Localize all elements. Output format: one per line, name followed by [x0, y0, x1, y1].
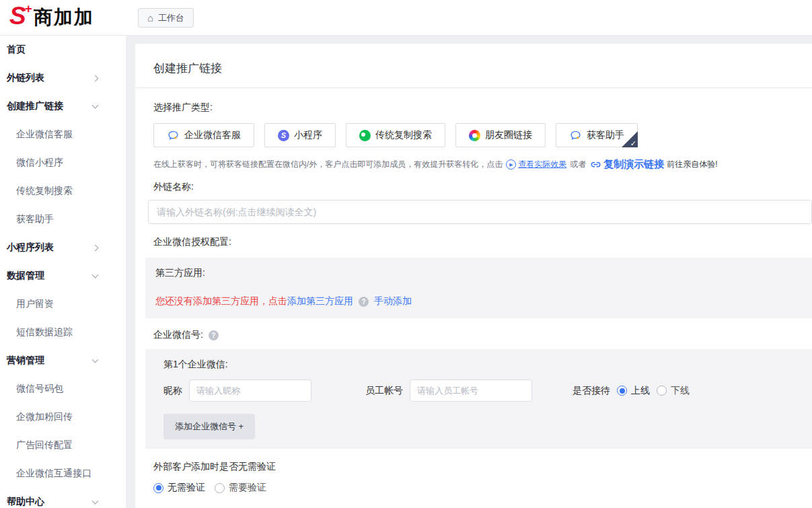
sidebar-item-create-promo-link[interactable]: 创建推广链接 — [0, 92, 126, 120]
sidebar-item-help-center[interactable]: 帮助中心 — [0, 488, 126, 508]
type-button-moments-link[interactable]: 朋友圈链接 — [455, 123, 546, 147]
sidebar-item-label: 创建推广链接 — [7, 100, 63, 112]
wecom-account-label: 企业微信号: — [153, 329, 203, 341]
promo-type-label: 选择推广类型: — [153, 102, 812, 114]
sidebar-item-label: 帮助中心 — [7, 496, 44, 508]
copy-search-icon — [359, 130, 371, 141]
first-wecom-title: 第1个企业微信: — [163, 359, 802, 371]
type-button-customer-assistant[interactable]: 获客助手 ✓ — [556, 123, 638, 147]
type-button-copy-search[interactable]: 传统复制搜索 — [346, 123, 445, 147]
sidebar-item-label: 用户留资 — [16, 298, 54, 310]
radio-label: 下线 — [671, 385, 690, 397]
manual-add-link[interactable]: 手动添加 — [374, 295, 412, 307]
workbench-tab[interactable]: ⌂ 工作台 — [138, 8, 194, 28]
tip-end-text: 前往亲自体验! — [667, 159, 717, 170]
sidebar-item-label: 数据管理 — [7, 270, 44, 282]
verify-question-label: 外部客户添加时是否无需验证 — [153, 461, 812, 473]
type-button-label: 小程序 — [294, 129, 322, 141]
customer-assistant-icon — [569, 129, 582, 142]
wecom-chat-icon — [167, 129, 180, 142]
question-circle-icon[interactable]: ? — [359, 297, 369, 307]
sidebar-item-wechat-number-pack[interactable]: 微信号码包 — [0, 375, 126, 403]
sidebar-item-ad-callback-config[interactable]: 广告回传配置 — [0, 431, 126, 460]
view-effect-link[interactable]: 查看实际效果 — [518, 159, 566, 170]
add-third-party-app-link[interactable]: 添加第三方应用 — [287, 295, 353, 307]
main-area: 创建推广链接 选择推广类型: 企业微信客服 S 小程序 — [126, 36, 812, 508]
sidebar-item-label: 营销管理 — [7, 355, 44, 367]
chevron-down-icon — [92, 272, 99, 279]
type-button-label: 朋友圈链接 — [485, 129, 532, 141]
brand-logo: S + 商加加 — [0, 3, 116, 32]
radio-label: 需要验证 — [229, 482, 266, 494]
play-circle-icon[interactable]: ▶ — [506, 159, 516, 170]
serve-label: 是否接待 — [573, 385, 610, 397]
chevron-down-icon — [92, 498, 99, 505]
no-app-warning-text: 您还没有添加第三方应用，点击 — [155, 295, 287, 307]
sidebar-item-label: 企业微信互通接口 — [16, 468, 91, 480]
chevron-down-icon — [92, 357, 99, 363]
sidebar-item-label: 首页 — [7, 44, 26, 56]
sidebar-item-label: 企微加粉回传 — [16, 411, 73, 423]
type-button-label: 企业微信客服 — [184, 129, 241, 141]
miniprogram-icon: S — [278, 130, 289, 141]
sidebar-item-copy-search[interactable]: 传统复制搜索 — [0, 177, 126, 205]
type-button-wecom-service[interactable]: 企业微信客服 — [153, 123, 254, 147]
question-circle-icon[interactable]: ? — [209, 330, 219, 340]
logo-s-mark: S — [9, 3, 26, 30]
sidebar-item-miniprogram-list[interactable]: 小程序列表 — [0, 233, 126, 262]
link-name-input[interactable] — [148, 200, 812, 224]
sidebar-item-wecom-fan-callback[interactable]: 企微加粉回传 — [0, 403, 126, 431]
sidebar-item-wecom-interop-api[interactable]: 企业微信互通接口 — [0, 460, 126, 488]
radio-selected-icon — [617, 386, 627, 396]
chevron-right-icon — [92, 244, 99, 251]
sidebar-item-label: 微信小程序 — [16, 157, 63, 169]
sidebar-item-label: 企业微信客服 — [16, 129, 73, 141]
add-wecom-account-button[interactable]: 添加企业微信号 + — [163, 414, 255, 439]
chevron-down-icon — [92, 102, 99, 109]
radio-label: 无需验证 — [168, 482, 205, 494]
page-title: 创建推广链接 — [135, 44, 812, 87]
nickname-input[interactable] — [189, 379, 311, 402]
sidebar-item-label: 外链列表 — [7, 72, 44, 84]
type-button-miniprogram[interactable]: S 小程序 — [264, 123, 336, 147]
sidebar-item-external-link-list[interactable]: 外链列表 — [0, 64, 126, 92]
logo-plus-mark: + — [25, 4, 32, 13]
radio-need-verify[interactable]: 需要验证 — [215, 482, 266, 494]
sidebar-item-sms-tracking[interactable]: 短信数据追踪 — [0, 318, 126, 347]
tip-text: 在线上获客时，可将获客链接配置在微信内/外，客户点击即可添加成员，有效提升获客转… — [153, 159, 503, 170]
radio-online[interactable]: 上线 — [617, 385, 650, 397]
sidebar-item-label: 广告回传配置 — [16, 439, 73, 451]
wecom-auth-config-label: 企业微信授权配置: — [153, 236, 812, 248]
sidebar-item-data-management[interactable]: 数据管理 — [0, 262, 126, 290]
sidebar: 首页 外链列表 创建推广链接 企业微信客服 微信小程序 传统复制搜索 获客助手 … — [0, 36, 126, 508]
nickname-label: 昵称 — [163, 385, 182, 397]
sidebar-item-user-leads[interactable]: 用户留资 — [0, 290, 126, 318]
title-divider — [135, 87, 812, 88]
radio-unselected-icon — [657, 386, 667, 396]
radio-offline[interactable]: 下线 — [657, 385, 690, 397]
sidebar-item-label: 传统复制搜索 — [16, 185, 73, 197]
copy-demo-link[interactable]: 复制演示链接 — [603, 158, 664, 171]
chevron-right-icon — [92, 75, 99, 81]
brand-name: 商加加 — [34, 3, 94, 32]
radio-no-verify[interactable]: 无需验证 — [153, 482, 205, 494]
app-root: S + 商加加 ⌂ 工作台 首页 外链列表 创建推广链接 企业微信客服 微信小程… — [0, 0, 812, 508]
sidebar-item-label: 微信号码包 — [16, 383, 63, 395]
account-label: 员工帐号 — [365, 385, 403, 397]
promo-tip-line: 在线上获客时，可将获客链接配置在微信内/外，客户点击即可添加成员，有效提升获客转… — [153, 158, 812, 171]
sidebar-item-marketing-management[interactable]: 营销管理 — [0, 347, 126, 375]
sidebar-item-customer-assistant[interactable]: 获客助手 — [0, 205, 126, 233]
sidebar-item-wecom-service[interactable]: 企业微信客服 — [0, 120, 126, 149]
radio-selected-icon — [153, 483, 163, 493]
tip-or-text: 或者 — [570, 159, 586, 170]
top-header: S + 商加加 ⌂ 工作台 — [0, 0, 812, 36]
account-input[interactable] — [410, 379, 532, 402]
moments-icon — [469, 130, 480, 141]
sidebar-item-wechat-miniprogram[interactable]: 微信小程序 — [0, 149, 126, 177]
link-icon[interactable] — [591, 159, 601, 170]
third-party-app-label: 第三方应用: — [155, 267, 802, 279]
type-button-label: 传统复制搜索 — [375, 129, 432, 141]
create-promo-link-card: 创建推广链接 选择推广类型: 企业微信客服 S 小程序 — [135, 44, 812, 508]
sidebar-item-home[interactable]: 首页 — [0, 36, 126, 64]
sidebar-item-label: 短信数据追踪 — [16, 326, 73, 338]
